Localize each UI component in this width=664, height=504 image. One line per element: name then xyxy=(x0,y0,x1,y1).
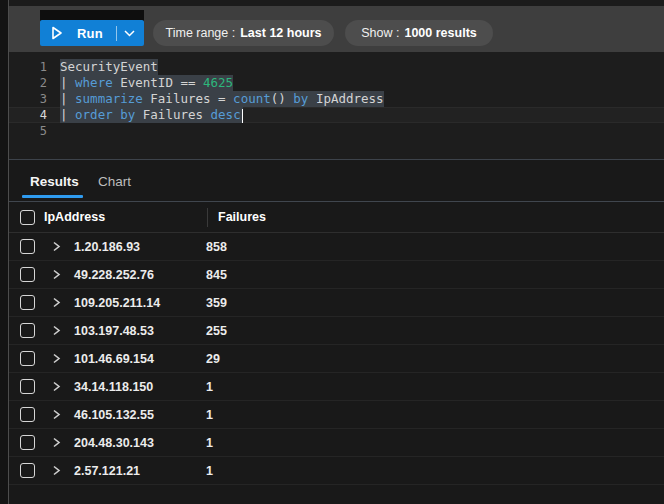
results-tabbar: Results Chart xyxy=(9,160,664,201)
table-row[interactable]: 46.105.132.55 1 xyxy=(9,401,664,429)
code-token: SecurityEvent xyxy=(60,59,158,74)
column-divider[interactable] xyxy=(207,208,208,227)
code-text: | where EventID == 4625 xyxy=(60,75,233,91)
table-row[interactable]: 2.57.121.21 1 xyxy=(9,457,664,485)
code-text: | summarize Failures = count() by IpAddr… xyxy=(60,91,384,107)
cell-ipaddress: 204.48.30.143 xyxy=(74,436,206,450)
cell-failures: 1 xyxy=(206,380,213,394)
cell-ipaddress: 109.205.211.14 xyxy=(74,296,206,310)
code-text: SecurityEvent xyxy=(60,59,158,75)
expand-chevron-icon[interactable] xyxy=(52,381,62,392)
code-token: | xyxy=(60,91,75,106)
log-analytics-query-pane: Run Time range : Last 12 hours Show : 10… xyxy=(0,0,664,504)
play-icon xyxy=(51,26,63,40)
code-token: EventID == xyxy=(113,75,203,90)
tab-chart[interactable]: Chart xyxy=(98,174,131,189)
table-row[interactable]: 204.48.30.143 1 xyxy=(9,429,664,457)
cell-ipaddress: 2.57.121.21 xyxy=(74,464,206,478)
cell-ipaddress: 46.105.132.55 xyxy=(74,408,206,422)
line-number: 2 xyxy=(9,75,47,91)
time-range-picker[interactable]: Time range : Last 12 hours xyxy=(153,20,334,46)
row-checkbox[interactable] xyxy=(20,463,35,478)
code-line[interactable]: 4 | order by Failures desc xyxy=(9,107,664,123)
row-checkbox[interactable] xyxy=(20,295,35,310)
table-row[interactable]: 101.46.69.154 29 xyxy=(9,345,664,373)
row-checkbox[interactable] xyxy=(20,351,35,366)
grid-header-row: IpAddress Failures xyxy=(9,202,664,233)
cell-ipaddress: 34.14.118.150 xyxy=(74,380,206,394)
kql-query-editor[interactable]: 1 SecurityEvent 2 | where EventID == 462… xyxy=(9,52,664,159)
column-header-failures[interactable]: Failures xyxy=(218,210,266,224)
code-line[interactable]: 3 | summarize Failures = count() by IpAd… xyxy=(9,91,664,107)
line-number: 5 xyxy=(9,123,47,139)
cell-failures: 858 xyxy=(206,240,227,254)
query-toolbar: Run Time range : Last 12 hours Show : 10… xyxy=(9,6,664,52)
row-checkbox[interactable] xyxy=(20,379,35,394)
row-checkbox[interactable] xyxy=(20,267,35,282)
code-token: () xyxy=(271,91,294,106)
code-token: where xyxy=(75,75,113,90)
code-token: Failures = xyxy=(143,91,233,106)
cell-failures: 255 xyxy=(206,324,227,338)
show-value: 1000 results xyxy=(404,26,476,40)
query-pane-content: Run Time range : Last 12 hours Show : 10… xyxy=(9,0,664,504)
row-checkbox[interactable] xyxy=(20,407,35,422)
code-token: | xyxy=(60,75,75,90)
expand-chevron-icon[interactable] xyxy=(52,269,62,280)
select-all-checkbox[interactable] xyxy=(20,210,35,225)
show-results-limit[interactable]: Show : 1000 results xyxy=(345,20,493,46)
time-range-label: Time range : xyxy=(166,26,236,40)
code-token: | xyxy=(60,107,75,122)
code-line[interactable]: 5 xyxy=(9,123,664,139)
cell-ipaddress: 1.20.186.93 xyxy=(74,240,206,254)
cell-failures: 29 xyxy=(206,352,220,366)
expand-chevron-icon[interactable] xyxy=(52,325,62,336)
cell-ipaddress: 49.228.252.76 xyxy=(74,268,206,282)
results-panel: Results Chart IpAddress Failures 1.20.18… xyxy=(9,160,664,504)
cell-failures: 845 xyxy=(206,268,227,282)
run-button[interactable]: Run xyxy=(40,20,144,46)
column-header-ipaddress[interactable]: IpAddress xyxy=(44,210,198,224)
expand-chevron-icon[interactable] xyxy=(52,465,62,476)
results-grid: IpAddress Failures 1.20.186.93 858 49.22… xyxy=(9,201,664,504)
text-cursor xyxy=(242,109,244,123)
code-token: desc xyxy=(211,107,241,122)
code-token: IpAddress xyxy=(308,91,383,106)
code-token: summarize xyxy=(75,91,143,106)
table-row[interactable]: 103.197.48.53 255 xyxy=(9,317,664,345)
expand-chevron-icon[interactable] xyxy=(52,437,62,448)
cell-ipaddress: 103.197.48.53 xyxy=(74,324,206,338)
cell-failures: 1 xyxy=(206,408,213,422)
expand-chevron-icon[interactable] xyxy=(52,353,62,364)
expand-chevron-icon[interactable] xyxy=(52,241,62,252)
code-token: Failures xyxy=(135,107,210,122)
tab-results[interactable]: Results xyxy=(30,174,79,189)
run-split-divider xyxy=(116,26,117,41)
cell-failures: 1 xyxy=(206,464,213,478)
table-row[interactable]: 1.20.186.93 858 xyxy=(9,233,664,261)
cell-failures: 359 xyxy=(206,296,227,310)
code-token: by xyxy=(120,107,135,122)
row-checkbox[interactable] xyxy=(20,435,35,450)
table-row[interactable]: 109.205.211.14 359 xyxy=(9,289,664,317)
expand-chevron-icon[interactable] xyxy=(52,297,62,308)
expand-chevron-icon[interactable] xyxy=(52,409,62,420)
code-token: count xyxy=(233,91,271,106)
cell-failures: 1 xyxy=(206,436,213,450)
code-token: order xyxy=(75,107,113,122)
grid-rows: 1.20.186.93 858 49.228.252.76 845 109.20… xyxy=(9,233,664,485)
row-checkbox[interactable] xyxy=(20,323,35,338)
run-button-label: Run xyxy=(77,26,103,41)
run-dropdown-chevron-icon[interactable] xyxy=(124,30,135,37)
time-range-value: Last 12 hours xyxy=(240,26,321,40)
code-text: | order by Failures desc xyxy=(60,107,243,123)
code-line[interactable]: 1 SecurityEvent xyxy=(9,59,664,75)
show-label: Show : xyxy=(361,26,399,40)
table-row[interactable]: 34.14.118.150 1 xyxy=(9,373,664,401)
row-checkbox[interactable] xyxy=(20,239,35,254)
active-tab-indicator xyxy=(22,195,83,198)
line-number: 3 xyxy=(9,91,47,107)
line-number: 1 xyxy=(9,59,47,75)
code-line[interactable]: 2 | where EventID == 4625 xyxy=(9,75,664,91)
table-row[interactable]: 49.228.252.76 845 xyxy=(9,261,664,289)
